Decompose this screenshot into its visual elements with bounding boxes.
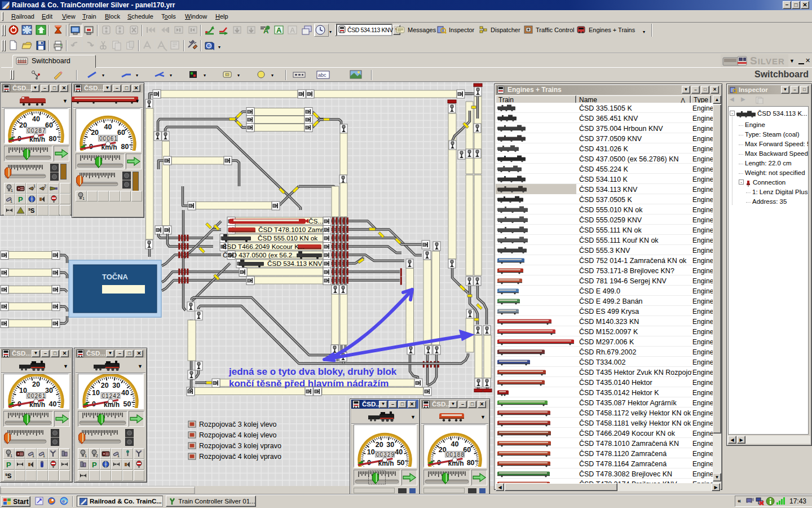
svg-text:Rozpojovač 4 kolej vpravo: Rozpojovač 4 kolej vpravo	[199, 453, 281, 461]
svg-text:40: 40	[121, 389, 129, 397]
svg-text:ČS...: ČS...	[308, 217, 323, 225]
svg-text:20: 20	[32, 380, 40, 388]
svg-text:60: 60	[117, 129, 125, 137]
svg-text:ČSD 437.0500 (ex 56.2...: ČSD 437.0500 (ex 56.2...	[223, 251, 298, 259]
svg-text:7: 7	[42, 128, 46, 134]
svg-text:1: 1	[11, 189, 13, 192]
svg-text:1: 1	[114, 135, 117, 142]
svg-text:Rozpojovač 3 kolej vpravo: Rozpojovač 3 kolej vpravo	[199, 442, 281, 450]
svg-text:1: 1	[85, 454, 87, 458]
svg-text:10: 10	[19, 387, 27, 395]
svg-text:km/h: km/h	[448, 459, 464, 467]
svg-text:1: 1	[32, 454, 34, 458]
svg-text:Rozpojovač 4 kolej vlevo: Rozpojovač 4 kolej vlevo	[199, 431, 277, 439]
svg-text:20: 20	[376, 441, 383, 449]
svg-text:Rozpojovač 3 kolej vlevo: Rozpojovač 3 kolej vlevo	[199, 421, 277, 428]
svg-text:30: 30	[112, 382, 120, 389]
svg-text:P: P	[92, 461, 97, 468]
svg-text:40: 40	[49, 400, 57, 408]
svg-text:9: 9	[391, 452, 394, 458]
svg-text:km/h: km/h	[29, 135, 45, 143]
svg-text:1: 1	[117, 454, 120, 458]
svg-text:km/h: km/h	[29, 401, 45, 409]
svg-text:P: P	[6, 461, 11, 468]
svg-text:20: 20	[101, 382, 109, 389]
svg-text:20: 20	[91, 129, 99, 137]
svg-text:40: 40	[395, 448, 403, 456]
svg-text:ČSD 555.010 KN ok: ČSD 555.010 KN ok	[258, 234, 317, 242]
svg-text:8: 8	[461, 452, 464, 458]
svg-text:ČSD T466.2049 Kocour K...: ČSD T466.2049 Kocour K...	[222, 243, 304, 251]
svg-text:končí těsně před hlavním nádra: končí těsně před hlavním nádražím	[229, 378, 389, 389]
svg-text:50: 50	[123, 400, 131, 408]
svg-text:30: 30	[45, 387, 53, 395]
svg-text:2: 2	[117, 393, 120, 399]
svg-text:2: 2	[44, 184, 46, 188]
svg-text:S: S	[7, 472, 11, 479]
svg-text:S: S	[30, 207, 34, 214]
svg-text:80: 80	[467, 459, 475, 467]
svg-text:40: 40	[104, 123, 112, 131]
svg-text:40: 40	[32, 115, 40, 123]
svg-text:P: P	[18, 195, 23, 203]
svg-text:e: e	[62, 498, 65, 504]
svg-text:50: 50	[397, 459, 405, 467]
svg-text:1: 1	[10, 454, 12, 458]
svg-text:jedná se o tyto dva bloky, dru: jedná se o tyto dva bloky, druhý blok	[228, 366, 397, 377]
svg-text:1: 1	[10, 199, 12, 203]
svg-text:80: 80	[121, 143, 129, 151]
svg-text:60: 60	[45, 121, 53, 129]
svg-text:km/h: km/h	[101, 143, 117, 151]
svg-text:TOČNA: TOČNA	[102, 273, 129, 281]
svg-text:km/h: km/h	[104, 401, 120, 409]
svg-text:ČSD T478.1010 Zamr...: ČSD T478.1010 Zamr...	[258, 226, 328, 234]
svg-text:2: 2	[96, 454, 98, 458]
svg-text:1: 1	[43, 454, 45, 458]
svg-text:ČSD 534.113 KNV: ČSD 534.113 KNV	[267, 260, 323, 268]
svg-text:20: 20	[19, 121, 27, 129]
svg-text:1: 1	[42, 393, 46, 399]
svg-text:40: 40	[451, 440, 459, 448]
svg-text:1: 1	[33, 184, 36, 188]
svg-text:80: 80	[49, 135, 57, 143]
svg-text:1: 1	[82, 196, 85, 200]
svg-text:10: 10	[367, 448, 375, 456]
svg-text:30: 30	[386, 441, 394, 449]
svg-text:10: 10	[92, 389, 100, 397]
svg-text:km/h: km/h	[378, 459, 394, 467]
